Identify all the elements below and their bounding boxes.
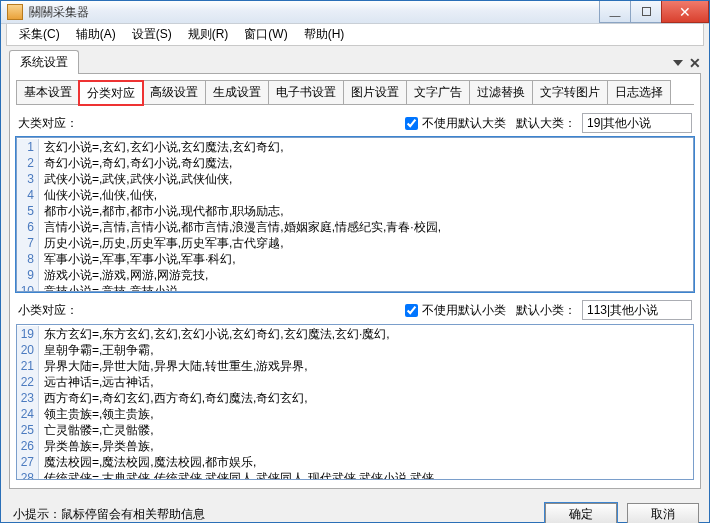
line-number: 23 [17,390,39,406]
line-number: 10 [17,283,39,292]
subtab-电子书设置[interactable]: 电子书设置 [268,80,344,104]
subtabs: 基本设置分类对应高级设置生成设置电子书设置图片设置文字广告过滤替换文字转图片日志… [16,80,694,105]
line-text: 异类兽族=,异类兽族, [44,438,154,454]
line-number: 21 [17,358,39,374]
titlebar: 關關采集器 — ✕ [1,1,709,24]
close-tab-icon[interactable]: ✕ [689,55,701,71]
list-item[interactable]: 20皇朝争霸=,王朝争霸, [17,342,693,358]
hint-text: 小提示：鼠标停留会有相关帮助信息 [13,506,535,523]
no-default-major[interactable]: 不使用默认大类 [405,115,506,132]
minor-listbox[interactable]: 19东方玄幻=,东方玄幻,玄幻,玄幻小说,玄幻奇幻,玄幻魔法,玄幻·魔幻,20皇… [16,324,694,480]
window-title: 關關采集器 [29,4,600,21]
list-item[interactable]: 9游戏小说=,游戏,网游,网游竞技, [17,267,693,283]
list-item[interactable]: 21异界大陆=,异世大陆,异界大陆,转世重生,游戏异界, [17,358,693,374]
list-item[interactable]: 6言情小说=,言情,言情小说,都市言情,浪漫言情,婚姻家庭,情感纪实,青春·校园… [17,219,693,235]
footer: 小提示：鼠标停留会有相关帮助信息 确定 取消 [1,497,709,523]
default-major-input[interactable] [582,113,692,133]
close-button[interactable]: ✕ [661,1,709,23]
subtab-日志选择[interactable]: 日志选择 [607,80,671,104]
panel-tab-system-settings[interactable]: 系统设置 [9,50,79,74]
line-number: 9 [17,267,39,283]
major-listbox[interactable]: 1玄幻小说=,玄幻,玄幻小说,玄幻魔法,玄幻奇幻,2奇幻小说=,奇幻,奇幻小说,… [16,137,694,292]
line-text: 竞技小说=,竞技,竞技小说, [44,283,181,292]
line-text: 仙侠小说=,仙侠,仙侠, [44,187,157,203]
line-number: 22 [17,374,39,390]
no-default-major-checkbox[interactable] [405,117,418,130]
list-item[interactable]: 3武侠小说=,武侠,武侠小说,武侠仙侠, [17,171,693,187]
panel-tab-row: 系统设置 ✕ [9,52,701,74]
menu-item[interactable]: 窗口(W) [236,24,295,45]
menu-item[interactable]: 规则(R) [180,24,237,45]
menu-item[interactable]: 采集(C) [11,24,68,45]
line-number: 3 [17,171,39,187]
line-text: 东方玄幻=,东方玄幻,玄幻,玄幻小说,玄幻奇幻,玄幻魔法,玄幻·魔幻, [44,326,390,342]
line-number: 28 [17,470,39,480]
line-text: 军事小说=,军事,军事小说,军事·科幻, [44,251,236,267]
list-item[interactable]: 1玄幻小说=,玄幻,玄幻小说,玄幻魔法,玄幻奇幻, [17,139,693,155]
line-text: 领主贵族=,领主贵族, [44,406,154,422]
panel-body: 基本设置分类对应高级设置生成设置电子书设置图片设置文字广告过滤替换文字转图片日志… [9,74,701,489]
line-number: 5 [17,203,39,219]
menu-item[interactable]: 辅助(A) [68,24,124,45]
subtab-文字转图片[interactable]: 文字转图片 [532,80,608,104]
dropdown-icon[interactable] [673,60,683,66]
cancel-button[interactable]: 取消 [627,503,699,523]
subtab-文字广告[interactable]: 文字广告 [406,80,470,104]
list-item[interactable]: 26异类兽族=,异类兽族, [17,438,693,454]
list-item[interactable]: 25亡灵骷髅=,亡灵骷髅, [17,422,693,438]
line-number: 8 [17,251,39,267]
list-item[interactable]: 5都市小说=,都市,都市小说,现代都市,职场励志, [17,203,693,219]
line-number: 6 [17,219,39,235]
list-item[interactable]: 10竞技小说=,竞技,竞技小说, [17,283,693,292]
app-icon [7,4,23,20]
maximize-button[interactable] [630,1,662,23]
list-item[interactable]: 7历史小说=,历史,历史军事,历史军事,古代穿越, [17,235,693,251]
line-number: 1 [17,139,39,155]
default-minor-label: 默认小类： [516,302,576,319]
subtab-高级设置[interactable]: 高级设置 [142,80,206,104]
subtab-分类对应[interactable]: 分类对应 [79,81,143,105]
list-item[interactable]: 19东方玄幻=,东方玄幻,玄幻,玄幻小说,玄幻奇幻,玄幻魔法,玄幻·魔幻, [17,326,693,342]
line-text: 传统武侠=,古典武侠,传统武侠,武侠同人,武侠同人,现代武侠,武侠小说,武侠, [44,470,438,480]
list-item[interactable]: 24领主贵族=,领主贵族, [17,406,693,422]
line-text: 游戏小说=,游戏,网游,网游竞技, [44,267,208,283]
line-text: 亡灵骷髅=,亡灵骷髅, [44,422,154,438]
menu-item[interactable]: 帮助(H) [296,24,353,45]
minor-label: 小类对应： [18,302,78,319]
list-item[interactable]: 27魔法校园=,魔法校园,魔法校园,都市娱乐, [17,454,693,470]
line-number: 2 [17,155,39,171]
list-item[interactable]: 23西方奇幻=,奇幻玄幻,西方奇幻,奇幻魔法,奇幻玄幻, [17,390,693,406]
subtab-基本设置[interactable]: 基本设置 [16,80,80,104]
list-item[interactable]: 2奇幻小说=,奇幻,奇幻小说,奇幻魔法, [17,155,693,171]
minor-row: 小类对应： 不使用默认小类 默认小类： [18,300,692,320]
client-area: 系统设置 ✕ 基本设置分类对应高级设置生成设置电子书设置图片设置文字广告过滤替换… [1,46,709,497]
list-item[interactable]: 28传统武侠=,古典武侠,传统武侠,武侠同人,武侠同人,现代武侠,武侠小说,武侠… [17,470,693,480]
list-item[interactable]: 8军事小说=,军事,军事小说,军事·科幻, [17,251,693,267]
no-default-minor[interactable]: 不使用默认小类 [405,302,506,319]
list-item[interactable]: 4仙侠小说=,仙侠,仙侠, [17,187,693,203]
line-text: 武侠小说=,武侠,武侠小说,武侠仙侠, [44,171,232,187]
ok-button[interactable]: 确定 [545,503,617,523]
line-number: 27 [17,454,39,470]
line-text: 皇朝争霸=,王朝争霸, [44,342,154,358]
default-major-label: 默认大类： [516,115,576,132]
line-number: 19 [17,326,39,342]
subtab-过滤替换[interactable]: 过滤替换 [469,80,533,104]
list-item[interactable]: 22远古神话=,远古神话, [17,374,693,390]
window-buttons: — ✕ [600,1,709,23]
line-number: 7 [17,235,39,251]
no-default-major-label: 不使用默认大类 [422,115,506,132]
panel-tab-icons: ✕ [673,55,701,74]
minimize-button[interactable]: — [599,1,631,23]
no-default-minor-label: 不使用默认小类 [422,302,506,319]
default-minor-input[interactable] [582,300,692,320]
subtab-图片设置[interactable]: 图片设置 [343,80,407,104]
square-icon [642,7,651,16]
menubar: 采集(C)辅助(A)设置(S)规则(R)窗口(W)帮助(H) [6,24,704,46]
line-text: 奇幻小说=,奇幻,奇幻小说,奇幻魔法, [44,155,232,171]
no-default-minor-checkbox[interactable] [405,304,418,317]
app-window: 關關采集器 — ✕ 采集(C)辅助(A)设置(S)规则(R)窗口(W)帮助(H)… [0,0,710,523]
line-text: 远古神话=,远古神话, [44,374,154,390]
menu-item[interactable]: 设置(S) [124,24,180,45]
subtab-生成设置[interactable]: 生成设置 [205,80,269,104]
